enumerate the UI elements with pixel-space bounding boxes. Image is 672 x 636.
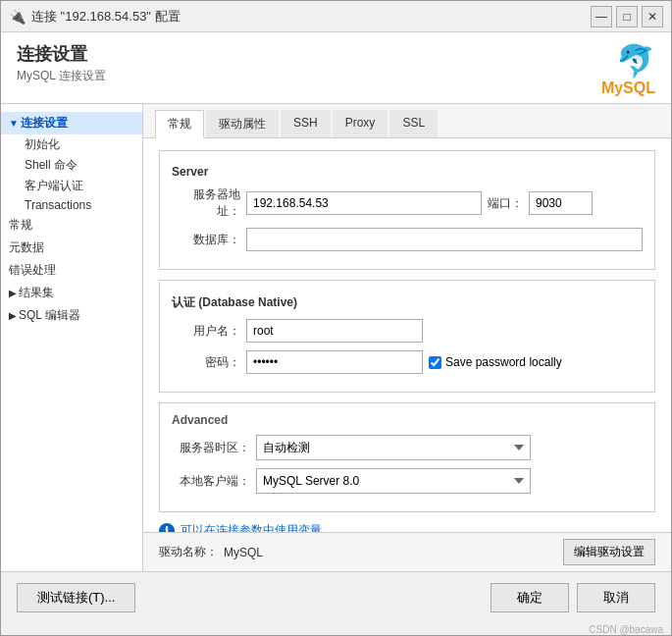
sidebar-item-label-general: 常规 xyxy=(9,217,32,234)
mysql-brand-text: MySQL xyxy=(601,80,655,97)
ok-button[interactable]: 确定 xyxy=(491,583,569,612)
save-password-checkbox[interactable] xyxy=(429,356,441,369)
server-address-input[interactable] xyxy=(246,191,482,215)
tab-driver-props[interactable]: 驱动属性 xyxy=(206,110,279,137)
title-bar-controls: — □ ✕ xyxy=(591,6,663,27)
database-row: 数据库： xyxy=(172,228,643,251)
database-label: 数据库： xyxy=(172,232,240,248)
expand-arrow-sql-icon: ▶ xyxy=(9,310,17,321)
close-button[interactable]: ✕ xyxy=(642,6,663,27)
mysql-dolphin-icon: 🐬 xyxy=(616,42,655,80)
mysql-logo: 🐬 MySQL xyxy=(601,42,655,97)
main-window: 🔌 连接 "192.168.54.53" 配置 — □ ✕ 连接设置 MySQL… xyxy=(0,0,672,636)
minimize-button[interactable]: — xyxy=(591,6,612,27)
main-content: ▼ 连接设置 初始化 Shell 命令 客户端认证 Transactions 常… xyxy=(1,104,671,571)
sidebar-item-sql-editor[interactable]: ▶ SQL 编辑器 xyxy=(1,304,142,327)
sidebar-item-init[interactable]: 初始化 xyxy=(1,134,142,155)
sidebar-item-client-auth[interactable]: 客户端认证 xyxy=(1,176,142,196)
info-icon: ℹ xyxy=(159,523,175,533)
tab-ssl[interactable]: SSL xyxy=(389,110,438,137)
driver-name-value: MySQL xyxy=(224,546,263,559)
header-title: 连接设置 xyxy=(17,42,106,66)
username-input[interactable] xyxy=(246,319,423,343)
timezone-row: 服务器时区： 自动检测 UTC Asia/Shanghai xyxy=(172,435,643,460)
server-section-title: Server xyxy=(172,165,643,179)
sidebar-item-metadata[interactable]: 元数据 xyxy=(1,237,142,259)
password-row: 密码： Save password locally xyxy=(172,350,643,374)
auth-section-title: 认证 (Database Native) xyxy=(172,294,643,311)
sidebar-item-general[interactable]: 常规 xyxy=(1,214,142,237)
driver-info: 驱动名称： MySQL xyxy=(159,544,263,560)
tab-proxy[interactable]: Proxy xyxy=(333,110,388,137)
title-bar: 🔌 连接 "192.168.54.53" 配置 — □ ✕ xyxy=(1,1,671,32)
footer: 测试链接(T)... 确定 取消 xyxy=(1,571,671,622)
port-input[interactable] xyxy=(529,191,593,215)
timezone-select[interactable]: 自动检测 UTC Asia/Shanghai xyxy=(256,435,531,460)
sidebar-item-label-error-handling: 错误处理 xyxy=(9,262,56,279)
save-password-row: Save password locally xyxy=(429,355,562,369)
database-input[interactable] xyxy=(246,228,643,251)
username-label: 用户名： xyxy=(172,323,240,340)
form-area: Server 服务器地址： 端口： 数据库： 认证 (Database Nati… xyxy=(143,138,671,532)
tab-general[interactable]: 常规 xyxy=(155,110,204,138)
sidebar-item-label-init: 初始化 xyxy=(25,137,60,151)
server-address-row: 服务器地址： 端口： xyxy=(172,186,643,220)
local-client-select[interactable]: MySQL Server 8.0 MySQL Server 5.7 MySQL … xyxy=(256,468,531,494)
driver-row: 驱动名称： MySQL 编辑驱动设置 xyxy=(143,532,671,571)
header-text: 连接设置 MySQL 连接设置 xyxy=(17,42,106,84)
test-connection-button[interactable]: 测试链接(T)... xyxy=(17,583,135,612)
sidebar-item-label-result-set: 结果集 xyxy=(19,285,54,301)
footer-right: 确定 取消 xyxy=(491,583,655,612)
password-input[interactable] xyxy=(246,350,423,374)
right-panel: 常规 驱动属性 SSH Proxy SSL Server xyxy=(143,104,671,571)
save-password-label: Save password locally xyxy=(445,355,562,369)
server-address-label: 服务器地址： xyxy=(172,186,240,220)
sidebar-item-result-set[interactable]: ▶ 结果集 xyxy=(1,282,142,304)
port-label: 端口： xyxy=(488,195,523,212)
header-subtitle: MySQL 连接设置 xyxy=(17,68,106,84)
watermark: CSDN @bacawa xyxy=(1,622,671,635)
server-section: Server 服务器地址： 端口： 数据库： xyxy=(159,150,655,270)
advanced-section-title: Advanced xyxy=(172,413,643,427)
tab-ssh[interactable]: SSH xyxy=(281,110,331,137)
sidebar-item-shell[interactable]: Shell 命令 xyxy=(1,155,142,176)
timezone-label: 服务器时区： xyxy=(172,440,250,456)
info-text: 可以在连接参数中使用变量。 xyxy=(181,522,334,532)
username-row: 用户名： xyxy=(172,319,643,343)
sidebar: ▼ 连接设置 初始化 Shell 命令 客户端认证 Transactions 常… xyxy=(1,104,143,571)
sidebar-item-label-metadata: 元数据 xyxy=(9,239,44,256)
info-row: ℹ 可以在连接参数中使用变量。 xyxy=(159,522,655,532)
password-label: 密码： xyxy=(172,354,240,371)
expand-arrow-icon: ▼ xyxy=(9,118,19,129)
advanced-section: Advanced 服务器时区： 自动检测 UTC Asia/Shanghai 本… xyxy=(159,402,655,512)
expand-arrow-result-icon: ▶ xyxy=(9,288,17,298)
local-client-row: 本地客户端： MySQL Server 8.0 MySQL Server 5.7… xyxy=(172,468,643,494)
sidebar-item-label-transactions: Transactions xyxy=(25,198,91,212)
tabs-bar: 常规 驱动属性 SSH Proxy SSL xyxy=(143,104,671,138)
title-bar-left: 🔌 连接 "192.168.54.53" 配置 xyxy=(9,8,181,26)
sidebar-item-connection-settings[interactable]: ▼ 连接设置 xyxy=(1,112,142,134)
sidebar-item-label-connection: 连接设置 xyxy=(21,115,68,132)
driver-name-label: 驱动名称： xyxy=(159,544,218,560)
maximize-button[interactable]: □ xyxy=(616,6,638,27)
header-area: 连接设置 MySQL 连接设置 🐬 MySQL xyxy=(1,32,671,104)
sidebar-item-label-shell: Shell 命令 xyxy=(25,158,78,172)
sidebar-item-label-sql-editor: SQL 编辑器 xyxy=(19,307,80,324)
cancel-button[interactable]: 取消 xyxy=(577,583,655,612)
sidebar-item-error-handling[interactable]: 错误处理 xyxy=(1,259,142,282)
sidebar-item-transactions[interactable]: Transactions xyxy=(1,196,142,214)
edit-driver-button[interactable]: 编辑驱动设置 xyxy=(563,539,655,565)
footer-left: 测试链接(T)... xyxy=(17,583,135,612)
auth-section: 认证 (Database Native) 用户名： 密码： Save passw… xyxy=(159,280,655,393)
window-title: 连接 "192.168.54.53" 配置 xyxy=(31,8,181,26)
local-client-label: 本地客户端： xyxy=(172,473,250,490)
app-icon: 🔌 xyxy=(9,9,26,25)
sidebar-item-label-client-auth: 客户端认证 xyxy=(25,179,83,192)
